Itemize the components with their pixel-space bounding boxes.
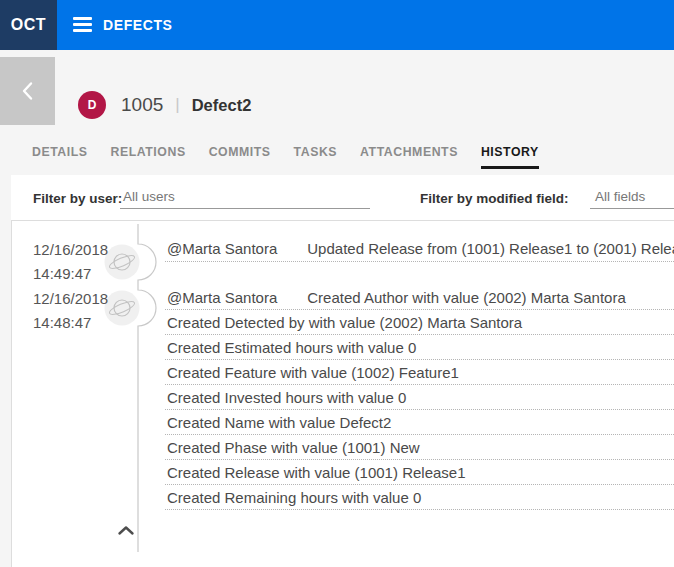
tab-commits[interactable]: COMMITS (209, 145, 271, 169)
history-entry-time: 14:49:47 (33, 262, 133, 286)
history-change-text: Created Remaining hours with value 0 (167, 485, 421, 509)
entity-separator: | (175, 95, 179, 115)
tab-details[interactable]: DETAILS (32, 145, 88, 169)
history-user-mention: @Marta Santora (167, 236, 277, 261)
history-entry-date: 12/16/2018 (33, 287, 133, 311)
top-bar: OCT DEFECTS (0, 0, 674, 50)
tab-tasks[interactable]: TASKS (294, 145, 338, 169)
chevron-left-icon (21, 81, 34, 101)
history-change-text: Created Release with value (1001) Releas… (167, 460, 466, 484)
module-title: DEFECTS (103, 0, 173, 50)
history-row: @Marta SantoraUpdated Release from (1001… (165, 236, 674, 262)
history-row: Created Invested hours with value 0 (165, 385, 674, 410)
filter-by-field-input[interactable]: All fields (590, 189, 674, 209)
collapse-history-button[interactable] (115, 522, 137, 538)
history-entry-rows: @Marta SantoraCreated Author with value … (165, 285, 674, 510)
entity-name: Defect2 (192, 96, 252, 115)
history-row: Created Name with value Defect2 (165, 410, 674, 435)
tabs: DETAILSRELATIONSCOMMITSTASKSATTACHMENTSH… (32, 145, 539, 169)
history-row: Created Estimated hours with value 0 (165, 335, 674, 360)
history-entry-rows: @Marta SantoraUpdated Release from (1001… (165, 236, 674, 262)
tab-history[interactable]: HISTORY (481, 145, 539, 169)
filter-by-field-label: Filter by modified field: (420, 191, 569, 206)
hamburger-icon[interactable] (73, 17, 92, 32)
entity-id: 1005 (121, 94, 163, 116)
history-row: Created Release with value (1001) Releas… (165, 460, 674, 485)
history-entry-timestamp: 12/16/201814:48:47 (33, 287, 133, 335)
tab-relations[interactable]: RELATIONS (111, 145, 186, 169)
history-row: Created Remaining hours with value 0 (165, 485, 674, 510)
history-row: @Marta SantoraCreated Author with value … (165, 285, 674, 310)
history-entry-date: 12/16/2018 (33, 238, 133, 262)
history-change-text: Created Phase with value (1001) New (167, 435, 420, 459)
history-change-text: Updated Release from (1001) Release1 to … (307, 236, 674, 261)
history-change-text: Created Invested hours with value 0 (167, 385, 406, 409)
defect-type-badge: D (78, 91, 106, 119)
history-change-text: Created Author with value (2002) Marta S… (307, 285, 626, 309)
filter-by-user-label: Filter by user: (33, 191, 122, 206)
timeline-line (138, 224, 156, 552)
app-logo[interactable]: OCT (0, 0, 57, 50)
filter-by-user-input[interactable]: All users (120, 189, 370, 209)
history-row: Created Feature with value (1002) Featur… (165, 360, 674, 385)
history-entry-time: 14:48:47 (33, 311, 133, 335)
entity-header: D 1005 | Defect2 (78, 91, 251, 119)
back-button[interactable] (0, 57, 55, 125)
history-user-mention: @Marta Santora (167, 285, 277, 309)
history-change-text: Created Feature with value (1002) Featur… (167, 360, 459, 384)
history-row: Created Phase with value (1001) New (165, 435, 674, 460)
history-change-text: Created Estimated hours with value 0 (167, 335, 416, 359)
filter-bar: Filter by user: All users Filter by modi… (11, 175, 674, 221)
history-row: Created Detected by with value (2002) Ma… (165, 310, 674, 335)
chevron-up-icon (117, 525, 135, 536)
history-change-text: Created Detected by with value (2002) Ma… (167, 310, 522, 334)
history-entry-timestamp: 12/16/201814:49:47 (33, 238, 133, 286)
tab-attachments[interactable]: ATTACHMENTS (360, 145, 458, 169)
history-change-text: Created Name with value Defect2 (167, 410, 391, 434)
